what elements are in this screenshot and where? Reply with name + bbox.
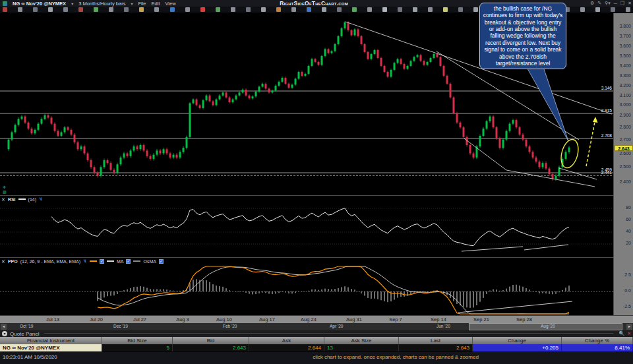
toolbar-icon[interactable] bbox=[109, 7, 113, 12]
rsi-trendline[interactable] bbox=[524, 245, 568, 250]
toolbar-icon[interactable] bbox=[595, 7, 600, 12]
candle-body bbox=[291, 84, 293, 87]
toolbar-icon[interactable] bbox=[458, 7, 463, 12]
restore-icon[interactable]: ❐ bbox=[620, 1, 624, 6]
trendline[interactable] bbox=[346, 22, 612, 114]
toolbar-icon[interactable] bbox=[231, 7, 235, 12]
timeline-scrollbar[interactable]: ◂ ▸ Oct '19Dec '19Feb '20Apr '20Jun '20A… bbox=[0, 323, 633, 330]
toolbar-icon[interactable] bbox=[261, 7, 266, 12]
trendline[interactable] bbox=[559, 168, 597, 179]
menu-file[interactable]: File bbox=[138, 1, 146, 7]
osma-bar bbox=[146, 288, 148, 291]
toolbar-icon[interactable] bbox=[626, 7, 630, 12]
toolbar-icon[interactable] bbox=[246, 7, 251, 12]
toolbar-icon[interactable] bbox=[18, 7, 22, 12]
price-axis[interactable]: 2.643 3.8003.7003.6003.5003.4003.3003.20… bbox=[613, 13, 633, 315]
toolbar-icon[interactable] bbox=[139, 7, 144, 12]
projection-arrow[interactable] bbox=[586, 119, 595, 166]
symbol-dropdown-icon[interactable]: ▾ bbox=[71, 1, 73, 6]
quote-row[interactable]: NG ∞ Nov'20 @NYMEX 5 2.643 2.644 13 2.64… bbox=[0, 344, 633, 351]
rsi-plot[interactable] bbox=[0, 202, 613, 258]
osma-bar bbox=[522, 287, 524, 291]
gear-icon[interactable]: ⚙ bbox=[590, 1, 594, 6]
toolbar-icon[interactable] bbox=[382, 7, 387, 12]
candle-body bbox=[278, 82, 280, 86]
toolbar-icon[interactable] bbox=[337, 7, 342, 12]
timeframe-dropdown-icon[interactable]: ▾ bbox=[131, 1, 133, 6]
pencil-icon[interactable]: ✎ bbox=[597, 1, 601, 6]
rsi-trendline[interactable] bbox=[462, 247, 523, 251]
toolbar-icon[interactable] bbox=[413, 7, 417, 12]
quote-panel-collapse-icon[interactable]: ▾ bbox=[2, 331, 7, 336]
rsi-panel[interactable]: ✕ RSI (14) ↯ bbox=[0, 195, 613, 257]
ppo-close-icon[interactable]: ✕ bbox=[1, 259, 5, 264]
candle-body bbox=[522, 135, 524, 140]
toolbar-icon[interactable] bbox=[291, 7, 296, 12]
menu-edit[interactable]: Edit bbox=[152, 1, 160, 7]
osma-bar bbox=[469, 291, 471, 308]
toolbar-icon[interactable] bbox=[124, 7, 129, 12]
date-axis[interactable]: Jul 13Jul 20Jul 27Aug 3Aug 10Aug 17Aug 2… bbox=[0, 315, 633, 323]
toolbar-icon[interactable] bbox=[78, 7, 83, 12]
osma-bar bbox=[542, 291, 543, 293]
toolbar-icon[interactable] bbox=[307, 7, 311, 12]
candle-body bbox=[110, 163, 112, 169]
toolbar-icon[interactable] bbox=[580, 7, 585, 12]
toolbar-icon[interactable] bbox=[611, 7, 615, 12]
candle-body bbox=[15, 125, 16, 132]
candle-body bbox=[169, 154, 171, 158]
minimize-icon[interactable]: ─ bbox=[614, 1, 617, 6]
toolbar-icon[interactable] bbox=[63, 7, 68, 12]
osma-bar bbox=[262, 291, 263, 293]
toolbar-icon[interactable] bbox=[3, 7, 7, 12]
toolbar-icon[interactable] bbox=[48, 7, 53, 12]
toolbar-icon[interactable] bbox=[473, 7, 478, 12]
ppo-settings-icon[interactable]: ↯ bbox=[83, 258, 87, 264]
callout-tail bbox=[526, 65, 568, 141]
chart-tool-icon[interactable]: ✛ bbox=[3, 185, 7, 189]
toolbar-icon[interactable] bbox=[352, 7, 357, 12]
symbol-title[interactable]: NG ∞ Nov'20 @NYMEX bbox=[13, 1, 66, 7]
toolbar-icon[interactable] bbox=[185, 7, 190, 12]
ppo-checkbox[interactable]: ✓ bbox=[100, 259, 104, 264]
toolbar-icon[interactable] bbox=[398, 7, 402, 12]
ppo-trendline[interactable] bbox=[458, 301, 572, 313]
candle-body bbox=[239, 92, 241, 95]
rsi-settings-icon[interactable]: ↯ bbox=[39, 197, 43, 202]
pin-icon[interactable]: ⚲▾ bbox=[605, 1, 611, 6]
rsi-tick-label: 60 bbox=[626, 217, 631, 222]
scroll-left-icon[interactable]: ◂ bbox=[1, 324, 7, 330]
ppo-panel[interactable]: ✕ PPO (12, 26, 9 - EMA, EMA, EMA) ↯ ✓ MA… bbox=[0, 257, 613, 315]
level-label: 2.441 bbox=[601, 170, 613, 175]
ppo-osma-swatch bbox=[133, 260, 140, 262]
col-ask: Ask bbox=[249, 337, 324, 344]
candle-body bbox=[324, 49, 326, 55]
quote-close-icon[interactable]: ✕ bbox=[627, 331, 631, 336]
quote-instrument[interactable]: NG ∞ Nov'20 @NYMEX bbox=[0, 344, 102, 351]
ppo-ma-checkbox[interactable]: ✓ bbox=[126, 259, 131, 264]
toolbar-icon[interactable] bbox=[322, 7, 326, 12]
osma-bar bbox=[516, 285, 517, 291]
ppo-plot[interactable] bbox=[0, 264, 613, 316]
candle-body bbox=[173, 155, 175, 158]
chart-expand-icon[interactable]: ▥ bbox=[3, 190, 7, 194]
toolbar-icon[interactable] bbox=[443, 7, 448, 12]
ppo-osma-checkbox[interactable]: ✓ bbox=[159, 259, 164, 264]
close-icon[interactable]: ✕ bbox=[628, 1, 632, 6]
candle-body bbox=[506, 131, 508, 140]
toolbar-icon[interactable] bbox=[154, 7, 159, 12]
toolbar-icon[interactable] bbox=[94, 7, 98, 12]
timeframe-selector[interactable]: 3 Months/Hourly bars bbox=[78, 1, 125, 7]
menu-view[interactable]: View bbox=[165, 1, 175, 7]
scroll-right-icon[interactable]: ▸ bbox=[626, 324, 632, 330]
toolbar-icon[interactable] bbox=[200, 7, 205, 12]
search-icon[interactable]: 🔍 bbox=[618, 331, 624, 336]
toolbar-icon[interactable] bbox=[367, 7, 372, 12]
rsi-close-icon[interactable]: ✕ bbox=[1, 197, 5, 202]
toolbar-icon[interactable] bbox=[170, 7, 175, 12]
toolbar-icon[interactable] bbox=[276, 7, 281, 12]
toolbar-icon[interactable] bbox=[428, 7, 433, 12]
annotation-callout[interactable]: the bullish case for /NG continues to fi… bbox=[479, 3, 566, 69]
toolbar-icon[interactable] bbox=[216, 7, 220, 12]
toolbar-icon[interactable] bbox=[33, 7, 38, 12]
